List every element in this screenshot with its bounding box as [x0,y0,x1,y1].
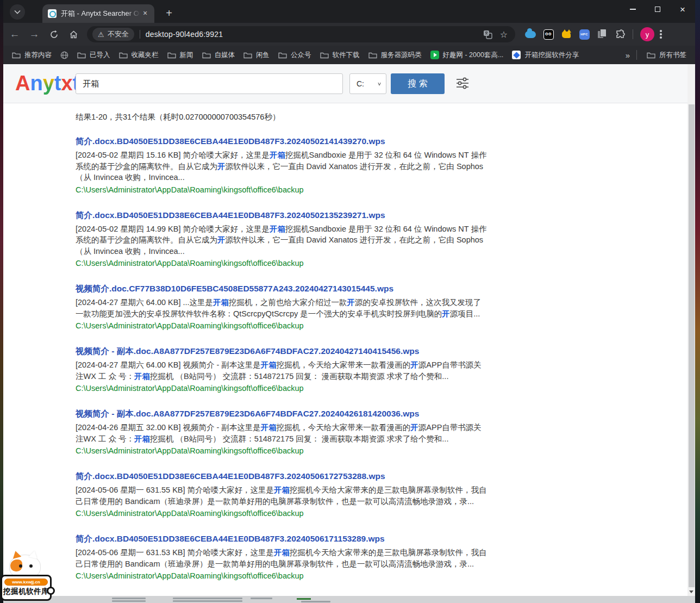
cloud-extension-icon[interactable] [525,29,536,40]
search-button[interactable]: 搜 索 [391,73,445,94]
mascot-sign: www.kxwjj.cn 挖掘机软件库 [1,575,52,601]
bookmark-item[interactable] [56,49,73,61]
result-file-path: C:\Users\Administrator\AppData\Roaming\k… [76,184,489,195]
mascot-paw [47,587,55,595]
browser-menu-button[interactable] [660,30,662,39]
oo-extension-icon[interactable]: oo [543,29,554,40]
tv-icon [430,51,439,59]
result-title-link[interactable]: 视频简介 - 副本.doc.A8A877DF257E879E23D6A6F74B… [76,345,419,357]
anytxt-favicon [48,9,57,18]
folder-icon [278,52,287,59]
anytxt-logo: Anytxt [15,72,79,95]
snippet-text: [2024-04-27 星期六 64.00 KB] 视频简介 - 副本这里是 [76,360,261,369]
filter-sliders-button[interactable] [455,77,471,90]
bookmark-item[interactable]: 开箱挖掘软件分享 [508,48,583,62]
highlighted-keyword: 开 [347,298,355,307]
result-title-link[interactable]: 视频简介.doc.CF77B38D10D6FE5BC4508ED55877A24… [76,283,393,294]
highlighted-keyword: 开箱 [134,434,150,443]
folder-icon [167,52,176,59]
minimize-icon [630,9,636,10]
hpc-icon: HPC [579,29,590,40]
bookmark-item[interactable]: 推荐内容 [8,48,56,62]
home-button[interactable] [65,26,82,42]
highlighted-keyword: 开箱 [261,423,277,432]
copy-pages-extension-icon[interactable] [597,29,608,40]
search-input[interactable] [76,73,343,94]
bookmark-item[interactable]: 闲鱼 [239,48,274,62]
translate-icon[interactable] [483,30,492,39]
snippet-text: 挖掘机 （B站同号） 交流群：514872175 回复： 漫画获取本期资源 求求… [150,372,448,381]
profile-avatar[interactable]: y [640,27,654,41]
result-title-link[interactable]: 简介.docx.BD4050E51DD38E6CEBA44E1E0DB487F3… [76,595,385,596]
forward-button[interactable]: → [26,26,42,42]
result-file-path: C:\Users\Administrator\AppData\Roaming\k… [76,258,489,269]
bookmark-item[interactable]: 服务器源码类 [364,48,426,62]
bookmark-item[interactable]: 新闻 [163,48,198,62]
search-result: 视频简介 - 副本.doc.A8A877DF257E879E23D6A6F74B… [76,345,489,394]
bg-window-row [301,601,330,602]
bookmark-star-icon[interactable]: ☆ [500,29,508,40]
bookmark-item[interactable]: 好趣网 - 2000套高... [426,48,508,62]
highlighted-keyword: 开 [410,423,418,432]
all-bookmarks-label: 所有书签 [659,51,686,60]
kxwjj-mascot-watermark: www.kxwjj.cn 挖掘机软件库 [0,554,57,603]
scrollbar-down-arrow[interactable] [688,588,695,595]
bookmark-label: 闲鱼 [256,51,270,60]
result-title-link[interactable]: 简介.docx.BD4050E51DD38E6CEBA44E1E0DB487F3… [76,135,385,147]
result-file-path: C:\Users\Administrator\AppData\Roaming\k… [76,445,489,456]
mascot-site-label: 挖掘机软件库 [2,587,50,596]
sliders-icon [455,77,470,89]
page-scrollbar [688,64,695,596]
folder-icon [202,52,211,59]
highlighted-keyword: 开 [217,162,226,171]
result-title-link[interactable]: 简介.docx.BD4050E51DD38E6CEBA44E1E0DB487F3… [76,470,385,482]
tab-close-icon[interactable]: × [140,9,150,18]
result-title-link[interactable]: 简介.docx.BD4050E51DD38E6CEBA44E1E0DB487F3… [76,209,385,221]
scrollbar-thumb[interactable] [689,104,695,587]
tab-title: 开箱 - Anytxt Searcher OCR 1 [61,9,140,18]
snippet-text: 挖掘机，今天给大家带来一款看漫画的 [277,423,411,432]
cat-extension-icon[interactable] [561,29,572,40]
snippet-text: [2024-05-02 星期四 14.99 KB] 简介哈喽大家好，这里是 [76,225,270,233]
bookmark-label: 收藏夹栏 [132,51,159,60]
maximize-button[interactable] [645,0,670,18]
result-file-path: C:\Users\Administrator\AppData\Roaming\k… [76,320,489,331]
bookmark-label: 好趣网 - 2000套高... [443,51,504,60]
results-stats: 结果1-20，共31个结果（耗时0.027000000700354576秒） [76,112,495,122]
bookmark-item[interactable]: 收藏夹栏 [115,48,163,62]
snippet-text: 源项目... [450,309,480,318]
tab-list-chevron-button[interactable] [10,4,25,20]
bookmark-item[interactable]: 软件下载 [316,48,364,62]
result-title-link[interactable]: 视频简介 - 副本.doc.A8A877DF257E879E23D6A6F74B… [76,408,419,419]
snippet-text: 挖掘机 （B站同号） 交流群：514872175 回复： 漫画获取本期资源 求求… [150,434,448,443]
drive-select[interactable]: C: ∨ [349,73,386,94]
cat-eye [29,564,33,568]
address-bar[interactable]: ⚠ 不安全 desktop-90l4ed6:9921 ☆ [87,26,515,42]
bg-window-row [173,600,242,602]
result-snippet: [2024-05-06 星期一 631.55 KB] 简介哈喽大家好，这里是开箱… [76,484,489,507]
result-title-link[interactable]: 简介.docx.BD4050E51DD38E6CEBA44E1E0DB487F3… [76,533,385,544]
bookmark-item[interactable]: 公众号 [274,48,316,62]
hpc-extension-icon[interactable]: HPC [579,29,590,40]
bookmarks-overflow-chevron[interactable]: » [619,51,636,60]
bookmarks-separator [636,50,637,60]
bookmark-label: 服务器源码类 [381,51,422,60]
reload-button[interactable] [46,26,62,42]
browser-tab[interactable]: 开箱 - Anytxt Searcher OCR 1 × [42,4,154,23]
mascot-site-url: www.kxwjj.cn [4,579,48,586]
result-file-path: C:\Users\Administrator\AppData\Roaming\k… [76,570,489,581]
close-button[interactable]: × [670,0,695,18]
bookmark-item[interactable]: 已导入 [73,48,115,62]
bookmark-item[interactable]: 自媒体 [198,48,240,62]
security-chip[interactable]: ⚠ 不安全 [92,28,134,41]
back-button[interactable]: ← [7,26,23,42]
highlighted-keyword: 开 [410,360,418,369]
folder-icon [368,52,377,59]
new-tab-button[interactable]: + [162,7,176,21]
chevron-down-icon: ∨ [377,81,382,86]
wallpaper-right-strip [695,0,700,603]
extensions-puzzle-icon[interactable] [615,29,626,40]
all-bookmarks-button[interactable]: 所有书签 [642,48,691,62]
minimize-button[interactable] [620,0,645,18]
search-result: 简介.docx.BD4050E51DD38E6CEBA44E1E0DB487F3… [76,595,489,596]
